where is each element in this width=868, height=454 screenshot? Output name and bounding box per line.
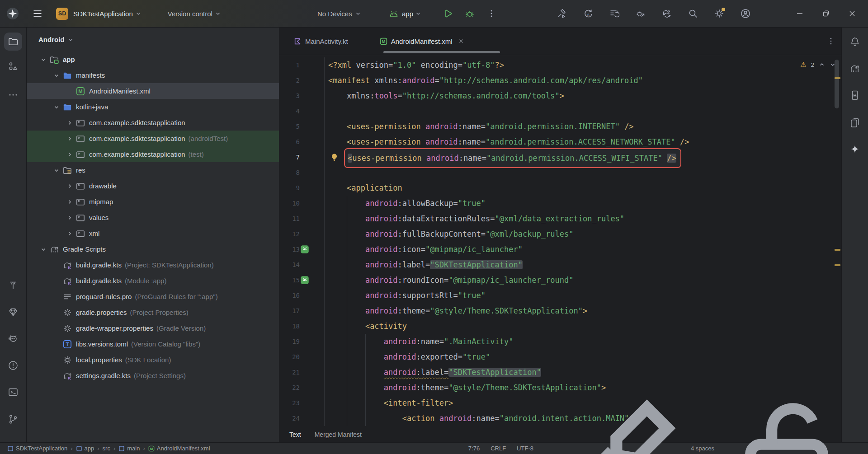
profile-avatar-icon[interactable] — [741, 9, 750, 19]
device-gem-tool-button[interactable] — [4, 303, 22, 321]
device-manager-tool-button[interactable] — [846, 86, 864, 104]
prev-issue-icon[interactable] — [819, 61, 825, 68]
code-line-18[interactable]: 18 <activity — [279, 318, 841, 334]
code-line-15[interactable]: 15 android:roundIcon="@mipmap/ic_launche… — [279, 272, 841, 288]
chevron-right-icon[interactable] — [65, 119, 75, 126]
profiler-tool-button[interactable] — [4, 329, 22, 347]
gutter[interactable]: 8 — [279, 165, 325, 180]
line-separator[interactable]: CRLF — [491, 445, 506, 452]
tree-item-gradle-scripts[interactable]: Gradle Scripts — [27, 241, 279, 257]
tree-item-settings-gradle-kts[interactable]: settings.gradle.kts(Project Settings) — [27, 368, 279, 384]
gutter[interactable]: 4 — [279, 103, 325, 119]
tree-item-proguard-rules-pro[interactable]: proguard-rules.pro(ProGuard Rules for ":… — [27, 289, 279, 304]
tab-merged-manifest[interactable]: Merged Manifest — [315, 431, 362, 438]
structure-tool-button[interactable] — [4, 57, 22, 75]
launcher-icon-preview[interactable] — [300, 276, 309, 285]
code-line-3[interactable]: 3 xmlns:tools="http://schemas.android.co… — [279, 88, 841, 103]
tab-text[interactable]: Text — [289, 431, 301, 438]
tree-item-drawable[interactable]: drawable — [27, 178, 279, 194]
code-line-10[interactable]: 10 android:allowBackup="true" — [279, 196, 841, 211]
gutter[interactable]: 15 — [279, 272, 325, 288]
screwdriver-icon[interactable] — [544, 381, 680, 454]
gutter[interactable]: 7 — [279, 150, 325, 165]
gutter[interactable]: 9 — [279, 180, 325, 196]
tree-item-app[interactable]: app — [27, 51, 279, 67]
tree-item-gradle-wrapper-properties[interactable]: gradle-wrapper.properties(Gradle Version… — [27, 320, 279, 336]
gutter[interactable]: 14 — [279, 257, 325, 272]
gutter[interactable]: 11 — [279, 211, 325, 226]
running-devices-tool-button[interactable] — [846, 114, 864, 132]
chevron-spacer[interactable] — [65, 88, 75, 95]
code-line-16[interactable]: 16 android:supportsRtl="true" — [279, 288, 841, 303]
file-encoding[interactable]: UTF-8 — [517, 445, 533, 452]
tree-item-kotlin-java[interactable]: kotlin+java — [27, 99, 279, 115]
gradle-tool-button[interactable] — [846, 60, 864, 78]
tree-item-res[interactable]: res — [27, 162, 279, 178]
chevron-right-icon[interactable] — [65, 230, 75, 237]
chevron-spacer[interactable] — [52, 293, 61, 300]
debug-button[interactable] — [465, 9, 475, 19]
chevron-spacer[interactable] — [52, 341, 61, 348]
chevron-right-icon[interactable] — [65, 198, 75, 206]
launcher-icon-preview[interactable] — [300, 245, 309, 254]
gutter[interactable]: 20 — [279, 349, 325, 365]
chevron-right-icon[interactable] — [65, 151, 75, 158]
gutter[interactable]: 17 — [279, 303, 325, 318]
code-line-6[interactable]: 6 <uses-permission android:name="android… — [279, 134, 841, 150]
run-configuration-selector[interactable]: app — [402, 10, 413, 18]
gutter[interactable]: 6 — [279, 134, 325, 150]
code-line-21[interactable]: 21 android:label="SDKTestApplication" — [279, 365, 841, 380]
run-button[interactable] — [443, 9, 453, 19]
code-line-1[interactable]: 1<?xml version="1.0" encoding="utf-8"?> — [279, 57, 841, 73]
search-everywhere-icon[interactable] — [688, 9, 698, 19]
tree-item-gradle-properties[interactable]: gradle.properties(Project Properties) — [27, 304, 279, 320]
version-control-menu[interactable]: Version control — [168, 10, 221, 18]
gutter[interactable]: 23 — [279, 395, 325, 411]
gutter[interactable]: 2 — [279, 73, 325, 88]
gutter[interactable]: 21 — [279, 365, 325, 380]
notifications-tool-button[interactable] — [846, 33, 864, 51]
tree-item-libs-versions-toml[interactable]: Tlibs.versions.toml(Version Catalog "lib… — [27, 336, 279, 352]
warning-stripe-mark[interactable] — [835, 249, 840, 251]
code-line-7[interactable]: 7 <uses-permission android:name="android… — [279, 150, 841, 165]
code-line-12[interactable]: 12 android:fullBackupContent="@xml/backu… — [279, 226, 841, 242]
close-button[interactable] — [839, 0, 865, 27]
warning-stripe-mark[interactable] — [835, 77, 840, 79]
tree-item-manifests[interactable]: manifests — [27, 67, 279, 83]
editor-options-icon[interactable] — [826, 36, 836, 46]
lock-unlocked-icon[interactable] — [725, 381, 861, 454]
code-line-9[interactable]: 9 <application — [279, 180, 841, 196]
chevron-down-icon[interactable] — [52, 72, 61, 79]
tree-item-build-gradle-kts[interactable]: build.gradle.kts(Project: SDKTestApplica… — [27, 257, 279, 273]
code-line-11[interactable]: 11 android:dataExtractionRules="@xml/dat… — [279, 211, 841, 226]
gutter[interactable]: 5 — [279, 119, 325, 134]
gutter[interactable]: 16 — [279, 288, 325, 303]
chevron-spacer[interactable] — [52, 356, 61, 364]
chevron-down-icon[interactable] — [38, 56, 48, 63]
project-selector[interactable]: SDKTestApplication — [73, 10, 142, 18]
tab-mainactivity[interactable]: MainActivity.kt — [285, 28, 357, 55]
tree-item-local-properties[interactable]: local.properties(SDK Location) — [27, 352, 279, 368]
minimize-button[interactable] — [787, 0, 813, 27]
gutter[interactable]: 1 — [279, 57, 325, 73]
code-line-5[interactable]: 5 <uses-permission android:name="android… — [279, 119, 841, 134]
gradle-sync-icon[interactable] — [662, 9, 672, 19]
editor-scrollbar[interactable] — [835, 60, 839, 108]
breadcrumb-item-main[interactable]: main — [118, 445, 140, 452]
chevron-right-icon[interactable] — [65, 135, 75, 142]
problems-tool-button[interactable] — [4, 356, 22, 374]
gutter[interactable]: 22 — [279, 380, 325, 395]
chevron-spacer[interactable] — [52, 262, 61, 269]
tab-androidmanifest[interactable]: M AndroidManifest.xml — [371, 28, 473, 55]
chevron-down-icon[interactable] — [38, 246, 48, 253]
build-icon[interactable] — [557, 9, 567, 19]
build-tool-button[interactable] — [4, 276, 22, 294]
restore-button[interactable] — [813, 0, 839, 27]
chevron-right-icon[interactable] — [65, 214, 75, 221]
code-line-17[interactable]: 17 android:theme="@style/Theme.SDKTestAp… — [279, 303, 841, 318]
inspection-widget[interactable]: ⚠ 2 — [800, 61, 836, 69]
apply-changes-icon[interactable]: A — [583, 9, 593, 19]
apply-code-changes-icon[interactable] — [609, 9, 619, 19]
chevron-down-icon[interactable] — [415, 10, 421, 17]
tree-item-androidmanifest-xml[interactable]: MAndroidManifest.xml — [27, 83, 279, 99]
